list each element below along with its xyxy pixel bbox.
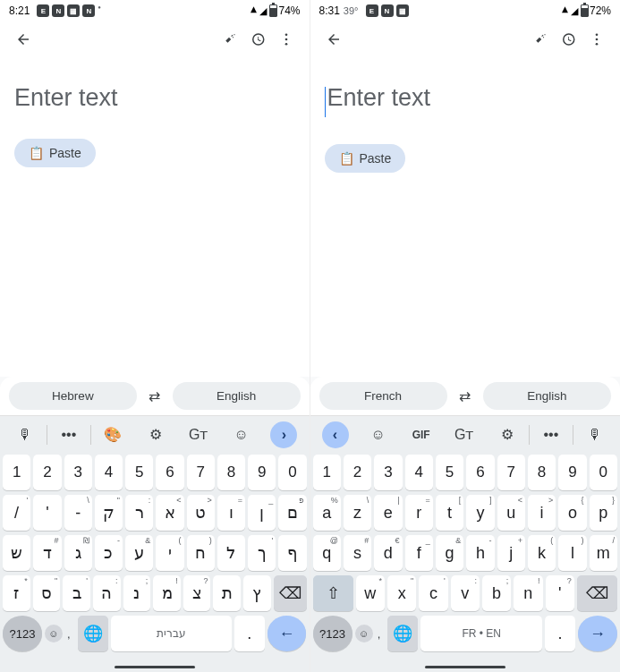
key[interactable]: 'ב <box>63 575 90 611</box>
key[interactable]: &g <box>436 535 463 571</box>
globe-key[interactable]: 🌐 <box>387 616 418 651</box>
key-num[interactable]: 5 <box>125 455 153 490</box>
key[interactable]: =r <box>405 495 433 531</box>
key[interactable]: [t <box>436 495 463 531</box>
key[interactable]: "ק <box>95 495 123 531</box>
key[interactable]: )ח <box>187 535 215 571</box>
paste-chip[interactable]: 📋 Paste <box>14 139 96 167</box>
globe-key[interactable]: 🌐 <box>78 616 108 651</box>
key[interactable]: @q <box>313 535 341 571</box>
translate-icon[interactable]: Gᴛ <box>443 426 486 443</box>
key-num[interactable]: 0 <box>278 455 306 490</box>
mic-icon[interactable]: 🎙 <box>573 427 616 443</box>
key[interactable]: ץ <box>243 575 271 611</box>
sticker-icon[interactable]: ☺ <box>220 427 263 443</box>
more-icon[interactable] <box>272 25 301 54</box>
key-num[interactable]: 9 <box>248 455 276 490</box>
key-num[interactable]: 9 <box>558 455 586 490</box>
key[interactable]: _ן <box>248 495 276 531</box>
key-num[interactable]: 3 <box>64 455 92 490</box>
key[interactable]: <u <box>497 495 525 531</box>
key-num[interactable]: 1 <box>313 455 341 490</box>
key-num[interactable]: 7 <box>187 455 215 490</box>
key[interactable]: ?' <box>546 575 574 611</box>
key[interactable]: (k <box>528 535 556 571</box>
key-num[interactable]: 1 <box>3 455 30 490</box>
key[interactable]: פם <box>278 495 306 531</box>
key[interactable]: /m <box>590 535 617 571</box>
key[interactable]: !n <box>514 575 542 611</box>
key[interactable]: =ו <box>217 495 245 531</box>
text-input-area[interactable]: Enter text <box>310 57 621 135</box>
key-num[interactable]: 0 <box>590 455 617 490</box>
magic-icon[interactable] <box>525 25 554 54</box>
key[interactable]: :ר <box>125 495 153 531</box>
key[interactable]: \- <box>64 495 92 531</box>
key[interactable]: #ד <box>33 535 61 571</box>
key[interactable]: }p <box>590 495 617 531</box>
key[interactable]: &ע <box>125 535 153 571</box>
key[interactable]: :ה <box>93 575 121 611</box>
lang-to-pill[interactable]: English <box>173 382 301 410</box>
key[interactable]: -h <box>466 535 494 571</box>
history-icon[interactable] <box>243 25 272 54</box>
key[interactable]: *ז <box>3 575 30 611</box>
nav-handle[interactable] <box>0 661 310 672</box>
backspace-key[interactable]: ⌫ <box>274 575 307 611</box>
expand-arrow[interactable]: › <box>263 421 306 448</box>
mic-icon[interactable]: 🎙 <box>4 427 47 443</box>
key[interactable]: ;נ <box>123 575 151 611</box>
key[interactable]: |e <box>374 495 402 531</box>
nav-handle[interactable] <box>310 661 621 672</box>
key[interactable]: ?צ <box>183 575 211 611</box>
key[interactable]: +j <box>497 535 525 571</box>
key-num[interactable]: 8 <box>528 455 556 490</box>
key[interactable]: \z <box>344 495 371 531</box>
enter-key[interactable]: → <box>578 616 617 651</box>
key[interactable]: "x <box>387 575 416 611</box>
key[interactable]: #s <box>344 535 371 571</box>
key-num[interactable]: 5 <box>436 455 463 490</box>
key[interactable]: 'c <box>419 575 447 611</box>
key-num[interactable]: 3 <box>374 455 402 490</box>
key-num[interactable]: 4 <box>95 455 123 490</box>
key[interactable]: )l <box>558 535 586 571</box>
key[interactable]: 'ך <box>248 535 276 571</box>
key[interactable]: -כ <box>95 535 123 571</box>
more-dots-icon[interactable]: ••• <box>47 427 90 443</box>
key-num[interactable]: 4 <box>405 455 433 490</box>
magic-icon[interactable] <box>215 25 243 54</box>
gif-icon[interactable]: GIF <box>400 429 443 441</box>
key[interactable]: (י <box>156 535 183 571</box>
symbols-key[interactable]: ?123 <box>3 616 42 651</box>
more-icon[interactable] <box>582 25 611 54</box>
key[interactable]: ף <box>278 535 306 571</box>
sticker-icon[interactable]: ☺ <box>357 427 400 443</box>
palette-icon[interactable]: 🎨 <box>91 426 134 443</box>
key[interactable]: !מ <box>153 575 181 611</box>
back-button[interactable] <box>9 25 38 54</box>
key-num[interactable]: 2 <box>344 455 371 490</box>
gear-icon[interactable]: ⚙ <box>134 426 177 443</box>
expand-arrow[interactable]: ‹ <box>314 421 357 448</box>
key[interactable]: ]y <box>466 495 494 531</box>
paste-chip[interactable]: 📋 Paste <box>325 144 406 173</box>
key[interactable]: :v <box>451 575 480 611</box>
text-input-area[interactable]: Enter text <box>0 57 310 130</box>
shift-key[interactable]: ⇧ <box>313 575 353 611</box>
key[interactable]: ש <box>3 535 30 571</box>
key[interactable]: >ט <box>187 495 215 531</box>
key[interactable]: ;b <box>482 575 511 611</box>
key[interactable]: ₪ג <box>64 535 92 571</box>
key-num[interactable]: 7 <box>497 455 525 490</box>
key[interactable]: €d <box>374 535 402 571</box>
period-key[interactable]: . <box>545 616 575 651</box>
history-icon[interactable] <box>554 25 582 54</box>
back-button[interactable] <box>319 25 348 54</box>
gear-icon[interactable]: ⚙ <box>486 426 529 443</box>
backspace-key[interactable]: ⌫ <box>577 575 617 611</box>
key-num[interactable]: 6 <box>156 455 183 490</box>
swap-languages-button[interactable]: ⇄ <box>142 387 167 404</box>
lang-from-pill[interactable]: Hebrew <box>9 382 137 410</box>
space-key[interactable]: עברית <box>111 616 232 651</box>
